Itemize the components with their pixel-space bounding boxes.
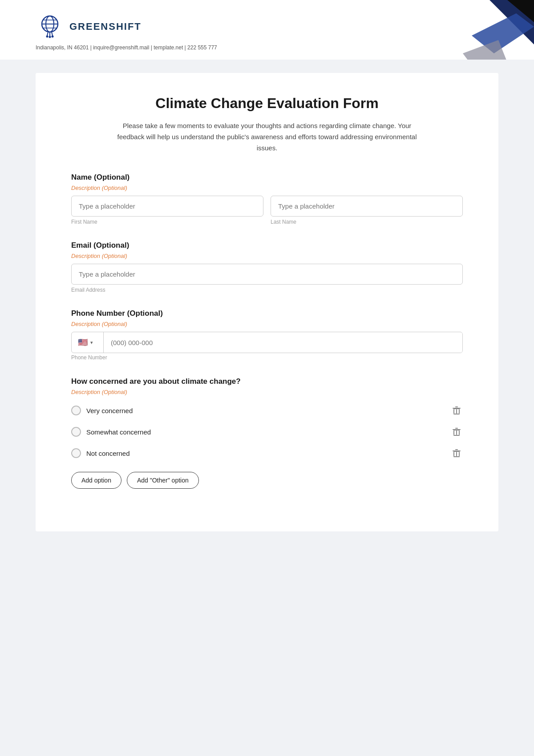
svg-rect-28 (453, 430, 460, 430)
radio-label-somewhat: Somewhat concerned (86, 428, 151, 436)
svg-rect-31 (453, 452, 454, 456)
form-title: Climate Change Evaluation Form (71, 95, 463, 112)
svg-rect-19 (459, 409, 460, 414)
svg-rect-18 (456, 409, 457, 414)
section-name-label: Name (Optional) (71, 173, 463, 182)
phone-sublabel: Phone Number (71, 354, 107, 361)
logo-text: GREENSHIFT (69, 21, 142, 32)
add-other-option-button[interactable]: Add "Other" option (127, 472, 199, 489)
name-input-row: First Name Last Name (71, 196, 463, 225)
radio-left-somewhat: Somewhat concerned (71, 427, 151, 437)
section-phone-desc: Description (Optional) (71, 321, 463, 327)
form-description: Please take a few moments to evaluate yo… (116, 121, 418, 153)
section-name: Name (Optional) Description (Optional) F… (71, 173, 463, 225)
delete-icon-somewhat[interactable] (450, 426, 463, 438)
first-name-input[interactable] (71, 196, 263, 217)
first-name-sublabel: First Name (71, 219, 263, 225)
svg-rect-32 (456, 452, 457, 456)
add-option-buttons-row: Add option Add "Other" option (71, 472, 463, 489)
last-name-wrapper: Last Name (271, 196, 463, 225)
radio-circle-not[interactable] (71, 448, 81, 458)
svg-line-9 (52, 32, 53, 36)
phone-row: 🇺🇸 ▾ (71, 332, 463, 353)
svg-rect-33 (459, 452, 460, 456)
last-name-input[interactable] (271, 196, 463, 217)
phone-input[interactable] (104, 333, 462, 353)
svg-rect-24 (453, 430, 454, 435)
section-email-label: Email (Optional) (71, 241, 463, 250)
section-name-desc: Description (Optional) (71, 185, 463, 191)
svg-rect-30 (455, 449, 458, 450)
section-concern-label: How concerned are you about climate chan… (71, 377, 463, 386)
section-email-desc: Description (Optional) (71, 253, 463, 259)
phone-country-select[interactable]: 🇺🇸 ▾ (72, 332, 104, 353)
svg-rect-26 (459, 430, 460, 435)
svg-rect-35 (453, 451, 460, 452)
logo-row: GREENSHIFT (36, 12, 498, 41)
radio-circle-very[interactable] (71, 406, 81, 415)
svg-rect-16 (455, 406, 458, 407)
radio-circle-somewhat[interactable] (71, 427, 81, 437)
svg-point-10 (52, 36, 54, 38)
delete-icon-not[interactable] (450, 447, 463, 459)
svg-rect-17 (453, 409, 454, 414)
main-card: Climate Change Evaluation Form Please ta… (36, 73, 498, 531)
svg-point-6 (46, 36, 49, 38)
svg-rect-21 (453, 408, 460, 409)
section-email: Email (Optional) Description (Optional) … (71, 241, 463, 293)
section-concern-desc: Description (Optional) (71, 389, 463, 395)
radio-option-not-concerned: Not concerned (71, 442, 463, 464)
svg-point-8 (49, 36, 51, 38)
radio-left-very: Very concerned (71, 406, 133, 415)
header-decoration (436, 0, 534, 60)
svg-rect-25 (456, 430, 457, 435)
svg-line-5 (47, 32, 48, 36)
radio-label-very: Very concerned (86, 407, 133, 414)
email-sublabel: Email Address (71, 287, 463, 293)
first-name-wrapper: First Name (71, 196, 263, 225)
last-name-sublabel: Last Name (271, 219, 463, 225)
svg-rect-27 (453, 435, 460, 436)
chevron-down-icon: ▾ (90, 340, 93, 346)
radio-label-not: Not concerned (86, 450, 130, 457)
section-concern: How concerned are you about climate chan… (71, 377, 463, 489)
flag-emoji: 🇺🇸 (78, 338, 88, 347)
email-wrapper: Email Address (71, 264, 463, 293)
delete-icon-very[interactable] (450, 404, 463, 417)
svg-rect-34 (453, 456, 460, 457)
svg-rect-23 (455, 428, 458, 429)
logo-icon (36, 12, 64, 41)
svg-rect-20 (453, 414, 460, 414)
logo-area: GREENSHIFT Indianapolis, IN 46201 | inqu… (36, 12, 498, 51)
section-phone-label: Phone Number (Optional) (71, 309, 463, 318)
header-contact: Indianapolis, IN 46201 | inquire@greensh… (36, 44, 498, 51)
section-phone: Phone Number (Optional) Description (Opt… (71, 309, 463, 361)
radio-option-somewhat-concerned: Somewhat concerned (71, 421, 463, 442)
add-option-button[interactable]: Add option (71, 472, 121, 489)
header: GREENSHIFT Indianapolis, IN 46201 | inqu… (0, 0, 534, 60)
radio-option-very-concerned: Very concerned (71, 400, 463, 421)
radio-left-not: Not concerned (71, 448, 130, 458)
email-input[interactable] (71, 264, 463, 285)
